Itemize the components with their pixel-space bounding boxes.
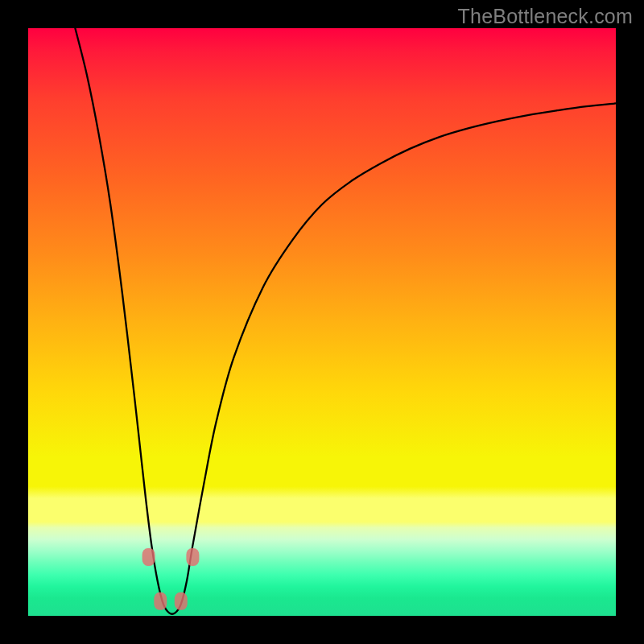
bottleneck-curve: [75, 28, 616, 614]
chart-frame: TheBottleneck.com: [0, 0, 644, 644]
plot-area: [28, 28, 616, 616]
curve-markers: [142, 548, 200, 610]
curve-marker: [142, 548, 155, 566]
curve-marker: [175, 592, 188, 610]
curve-layer: [28, 28, 616, 616]
curve-marker: [154, 592, 167, 610]
curve-marker: [186, 548, 199, 566]
watermark-text: TheBottleneck.com: [458, 5, 633, 28]
